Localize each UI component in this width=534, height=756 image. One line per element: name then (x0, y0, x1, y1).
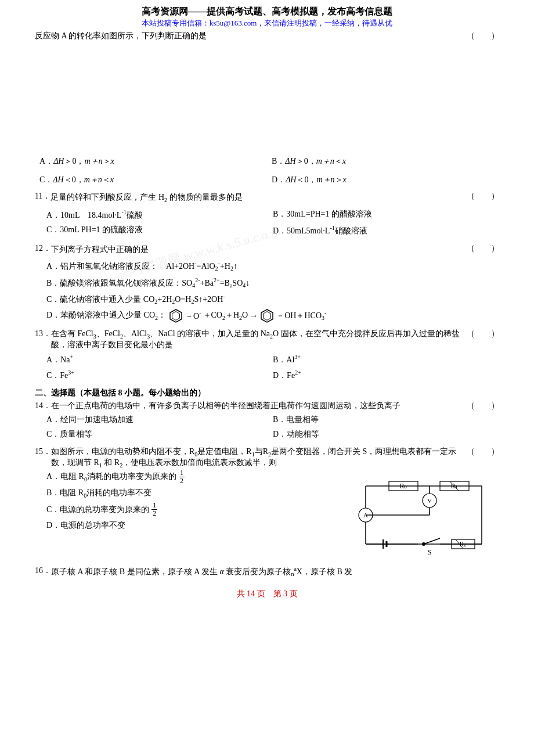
opt-10-d: D．ΔH＜0，m＋n＞x (267, 172, 499, 188)
question-16: 16． 原子核 A 和原子核 B 是同位素，原子核 A 发生 α 衰变后变为原子… (35, 566, 499, 577)
question-15: 15． 如图所示，电源的电动势和内阻不变，R0是定值电阻，R1与R2是两个变阻器… (35, 447, 499, 561)
q11-text: 足量的锌和下列酸反应，产生 H2 的物质的量最多的是 (50, 191, 467, 205)
section2-title: 二、选择题（本题包括 8 小题。每小题给出的） (35, 388, 499, 398)
intro-text: 反应物 A 的转化率如图所示，下列判断正确的是 (35, 31, 207, 41)
q13-text: 在含有 FeCl3、FeCl2、AlCl3、NaCl 的溶液中，加入足量的 Na… (51, 329, 467, 350)
page: 高考资源网——提供高考试题、高考模拟题，发布高考信息题 本站投稿专用信箱：ks5… (0, 0, 534, 756)
q16-text: 原子核 A 和原子核 B 是同位素，原子核 A 发生 α 衰变后变为原子核naX… (51, 566, 499, 577)
question-12: 12． 下列离子方程式中正确的是 （ ） A．铝片和氢氧化钠溶液反应： Al+2… (35, 243, 499, 324)
q14-bracket: （ ） (467, 401, 499, 411)
subtitle-pre: 本站投稿专用信箱：ks5u@163. (142, 19, 244, 27)
svg-text:R₁: R₁ (450, 482, 458, 490)
site-subtitle: 本站投稿专用信箱：ks5u@163.com，来信请注明投稿，一经采纳，待遇从优 (35, 18, 499, 28)
question-13: 13． 在含有 FeCl3、FeCl2、AlCl3、NaCl 的溶液中，加入足量… (35, 329, 499, 383)
benzene-ring-1-icon (168, 308, 183, 323)
q14-text: 在一个正点电荷的电场中，有许多负离子以相等的半径围绕着正电荷作匀速圆周运动，这些… (51, 401, 467, 411)
q11-opt-b: B．30mL=PH=1 的醋酸溶液 (273, 207, 499, 222)
q12-num: 12． (35, 243, 51, 254)
q15-opt-c: C．电源的总功率变为原来的 12 (46, 501, 348, 518)
q14-options: A．经同一加速电场加速 B．电量相等 C．质量相等 D．动能相等 (35, 412, 499, 442)
svg-text:S: S (428, 548, 432, 556)
opt-10-a: A．ΔH＞0，m＋n＞x (35, 154, 267, 169)
q13-line: 13． 在含有 FeCl3、FeCl2、AlCl3、NaCl 的溶液中，加入足量… (35, 329, 499, 350)
q14-opt-c: C．质量相等 (46, 427, 273, 442)
q15-opt-d: D．电源的总功率不变 (46, 518, 348, 533)
q15-opt-a: A．电阻 R0消耗的电功率变为原来的 12 (46, 469, 348, 485)
subtitle-com: com，来信请注明投稿，一经采纳，待遇从优 (244, 19, 392, 27)
q14-opt-d: D．动能相等 (273, 427, 499, 442)
q12-opt-a: A．铝片和氢氧化钠溶液反应： Al+2OH-=AlO2-+H2↑ (46, 258, 499, 274)
benzene-ring-2-icon (259, 308, 275, 323)
q14-opt-a: A．经同一加速电场加速 (46, 412, 273, 427)
options-q10-cd: C．ΔH＜0，m＋n＜x D．ΔH＜0，m＋n＞x (35, 172, 499, 188)
q12-text: 下列离子方程式中正确的是 (51, 243, 467, 256)
graph-area (35, 44, 499, 148)
page-footer: 共 14 页 第 3 页 (35, 589, 499, 599)
svg-text:V: V (427, 497, 432, 504)
header: 高考资源网——提供高考试题、高考模拟题，发布高考信息题 本站投稿专用信箱：ks5… (35, 6, 499, 28)
q13-opt-c: C．Fe3+ (46, 367, 273, 383)
frac-half-a: 12 (179, 469, 185, 485)
q15-content: A．电阻 R0消耗的电功率变为原来的 12 B．电阻 R0消耗的电功率不变 C．… (35, 469, 499, 561)
site-title: 高考资源网——提供高考试题、高考模拟题，发布高考信息题 (35, 6, 499, 18)
footer-text: 共 14 页 第 3 页 (237, 589, 298, 598)
q13-opt-a: A．Na+ (46, 351, 273, 367)
q13-options: A．Na+ B．Al3+ C．Fe3+ D．Fe2+ (35, 351, 499, 383)
q12-line: 12． 下列离子方程式中正确的是 （ ） (35, 243, 499, 256)
q12-opt-c: C．硫化钠溶液中通入少量 CO2+2H2O=H2S↑+2OH- (46, 291, 499, 307)
q13-opt-d: D．Fe2+ (273, 367, 499, 383)
q13-bracket: （ ） (467, 329, 499, 339)
question-14: 14． 在一个正点电荷的电场中，有许多负离子以相等的半径围绕着正电荷作匀速圆周运… (35, 401, 499, 442)
q12-options: A．铝片和氢氧化钠溶液反应： Al+2OH-=AlO2-+H2↑ B．硫酸镁溶液… (35, 258, 499, 324)
opt-10-b: B．ΔH＞0，m＋n＜x (267, 154, 499, 169)
q15-options-wrap: A．电阻 R0消耗的电功率变为原来的 12 B．电阻 R0消耗的电功率不变 C．… (35, 469, 348, 533)
svg-text:R₀: R₀ (399, 482, 407, 490)
q11-opt-c: C．30mL PH=1 的硫酸溶液 (46, 222, 273, 238)
q15-num: 15． (35, 447, 51, 457)
q12-opt-d: D．苯酚钠溶液中通入少量 CO2： －O- ＋CO2＋H2O → －OH＋HCO… (46, 307, 499, 323)
circuit-svg: R₀ R₁ A V (354, 469, 493, 559)
intro-line: 反应物 A 的转化率如图所示，下列判断正确的是 （ ） (35, 31, 499, 41)
q14-opt-b: B．电量相等 (273, 412, 499, 427)
q11-bracket: （ ） (467, 191, 499, 201)
question-11: 11． 足量的锌和下列酸反应，产生 H2 的物质的量最多的是 （ ） A．10m… (35, 191, 499, 239)
q16-num: 16． (35, 566, 51, 576)
q11-line: 11． 足量的锌和下列酸反应，产生 H2 的物质的量最多的是 （ ） (35, 191, 499, 205)
circuit-diagram: R₀ R₁ A V (354, 469, 499, 561)
options-q10: A．ΔH＞0，m＋n＞x B．ΔH＞0，m＋n＜x (35, 154, 499, 169)
q16-line: 16． 原子核 A 和原子核 B 是同位素，原子核 A 发生 α 衰变后变为原子… (35, 566, 499, 577)
intro-bracket: （ ） (467, 31, 499, 41)
q15-bracket: （ ） (467, 447, 499, 457)
q12-opt-b: B．硫酸镁溶液跟氢氧化钡溶液反应：SO42-+Ba2+=BaSO4↓ (46, 275, 499, 291)
q11-options: A．10mL 18.4mol·L-1硫酸 B．30mL=PH=1 的醋酸溶液 C… (35, 207, 499, 239)
q13-opt-b: B．Al3+ (273, 351, 499, 367)
q11-opt-a: A．10mL 18.4mol·L-1硫酸 (46, 207, 273, 222)
q15-options: A．电阻 R0消耗的电功率变为原来的 12 B．电阻 R0消耗的电功率不变 C．… (35, 469, 348, 533)
frac-half-c: 12 (151, 502, 157, 517)
q15-line: 15． 如图所示，电源的电动势和内阻不变，R0是定值电阻，R1与R2是两个变阻器… (35, 447, 499, 469)
q13-num: 13． (35, 329, 51, 339)
q15-opt-b: B．电阻 R0消耗的电功率不变 (46, 485, 348, 501)
q11-opt-d: D．50mL5mol·L-1硝酸溶液 (273, 222, 499, 238)
q14-num: 14． (35, 401, 51, 411)
svg-marker-1 (172, 311, 180, 320)
svg-line-24 (424, 538, 440, 544)
q11-num: 11． (35, 191, 50, 201)
q15-text: 如图所示，电源的电动势和内阻不变，R0是定值电阻，R1与R2是两个变阻器，闭合开… (51, 447, 467, 469)
svg-text:R₂: R₂ (459, 540, 467, 548)
q12-bracket: （ ） (467, 243, 499, 254)
opt-10-c: C．ΔH＜0，m＋n＜x (35, 172, 267, 188)
svg-marker-3 (264, 311, 271, 320)
q14-line: 14． 在一个正点电荷的电场中，有许多负离子以相等的半径围绕着正电荷作匀速圆周运… (35, 401, 499, 411)
